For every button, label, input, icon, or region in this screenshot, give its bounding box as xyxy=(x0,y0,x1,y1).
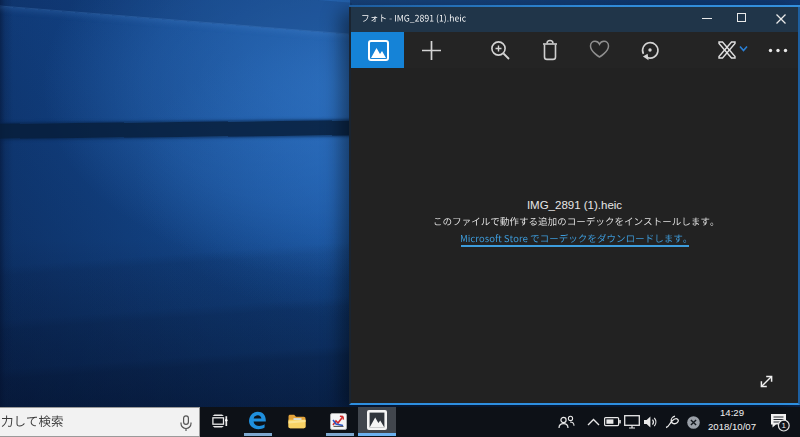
svg-text:1: 1 xyxy=(782,421,787,430)
